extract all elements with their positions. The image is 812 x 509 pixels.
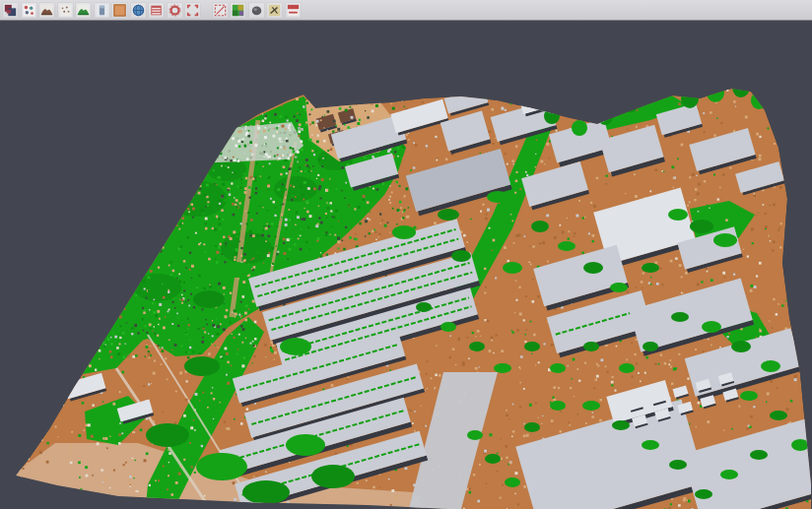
flag-tool-icon[interactable] <box>285 2 302 19</box>
tree-cluster <box>467 430 483 440</box>
terrain-dtm-icon <box>40 4 53 17</box>
tree-cluster <box>642 440 659 450</box>
tree-cluster <box>451 250 471 262</box>
classification-palette-icon[interactable] <box>230 2 246 19</box>
tree-cluster <box>690 220 713 233</box>
tree-cluster <box>196 453 247 480</box>
sparse-points-icon[interactable] <box>57 2 74 19</box>
tree-cluster <box>610 283 628 292</box>
3d-model-icon[interactable] <box>248 2 265 19</box>
tree-cluster <box>222 262 251 278</box>
profile-view-icon[interactable] <box>94 2 110 19</box>
tree-cluster <box>550 363 566 373</box>
profile-view-icon <box>96 4 108 17</box>
tree-cluster <box>438 209 459 221</box>
tree-cluster <box>669 460 687 470</box>
measure-tool-icon[interactable] <box>266 2 283 19</box>
tree-cluster <box>524 342 540 351</box>
tree-cluster <box>440 322 456 332</box>
tree-cluster <box>485 454 501 464</box>
tree-cluster <box>791 439 809 451</box>
tree-cluster <box>643 342 658 351</box>
target-ring-icon[interactable] <box>167 2 183 19</box>
tree-cluster <box>193 290 225 308</box>
tree-cluster <box>642 263 659 273</box>
globe-icon[interactable] <box>130 2 147 19</box>
sparse-points-icon <box>59 4 72 17</box>
3d-model-icon <box>250 4 263 17</box>
tree-cluster <box>524 422 540 432</box>
ortho-image-icon[interactable] <box>111 2 128 19</box>
tree-cluster <box>416 302 432 312</box>
attribute-table-icon[interactable] <box>148 2 165 19</box>
ortho-image-icon <box>113 4 126 17</box>
tree-cluster <box>572 120 587 136</box>
point-cloud-scene[interactable] <box>0 22 812 509</box>
classification-palette-icon <box>232 4 244 17</box>
terrain-dtm-icon[interactable] <box>38 2 55 19</box>
tree-cluster <box>146 423 189 447</box>
tree-cluster <box>494 363 511 373</box>
terrain-dsm-icon <box>77 4 90 17</box>
tree-cluster <box>671 312 689 322</box>
grid-select-icon[interactable] <box>212 2 229 19</box>
globe-icon <box>132 4 145 17</box>
tree-cluster <box>280 338 311 355</box>
tree-cluster <box>505 477 520 487</box>
tree-cluster <box>286 434 325 456</box>
tree-cluster <box>531 221 549 232</box>
grid-select-icon <box>214 4 227 17</box>
tree-cluster <box>184 356 220 376</box>
terrain-dsm-icon[interactable] <box>75 2 92 19</box>
tree-cluster <box>487 191 508 203</box>
tree-cluster <box>311 465 355 488</box>
tree-cluster <box>503 262 522 274</box>
toolbar <box>0 0 812 21</box>
tree-cluster <box>392 225 416 239</box>
tree-cluster <box>619 363 635 373</box>
tree-cluster <box>761 360 780 372</box>
tree-cluster <box>550 401 566 411</box>
tree-cluster <box>469 342 485 351</box>
target-ring-icon <box>169 4 181 17</box>
tree-cluster <box>695 489 712 499</box>
toolbar-separator <box>203 10 212 11</box>
tree-cluster <box>731 341 751 352</box>
tree-cluster <box>720 470 738 479</box>
tree-cluster <box>668 209 688 221</box>
classified-points-icon[interactable] <box>21 2 37 19</box>
classified-points-icon <box>23 4 35 17</box>
zoom-extent-icon <box>186 4 199 17</box>
tree-cluster <box>740 391 758 401</box>
tree-cluster <box>582 401 600 411</box>
tree-cluster <box>583 342 599 351</box>
layers-icon[interactable] <box>2 2 19 19</box>
tree-cluster <box>612 420 630 430</box>
tree-cluster <box>583 262 603 274</box>
attribute-table-icon <box>150 4 163 17</box>
tree-cluster <box>558 241 575 251</box>
tree-cluster <box>750 450 768 460</box>
tree-cluster <box>702 321 721 333</box>
viewport-3d[interactable] <box>0 22 812 509</box>
tree-cluster <box>713 233 737 247</box>
measure-tool-icon <box>268 4 281 17</box>
tree-cluster <box>242 480 290 504</box>
zoom-extent-icon[interactable] <box>184 2 201 19</box>
flag-tool-icon <box>287 4 300 17</box>
tree-cluster <box>770 411 787 420</box>
application-window <box>0 0 812 509</box>
layers-icon <box>4 4 17 17</box>
